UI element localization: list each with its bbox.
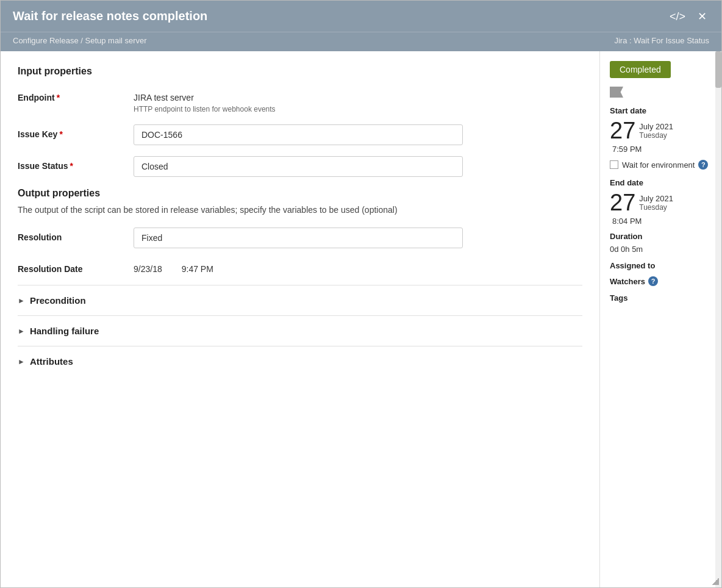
precondition-label: Precondition — [30, 295, 86, 306]
attributes-chevron: ► — [18, 357, 25, 366]
sidebar: Completed Start date 27 July 2021 Tuesda… — [599, 51, 721, 587]
handling-failure-section: ► Handling failure — [18, 315, 582, 346]
endpoint-value-group: JIRA test server HTTP endpoint to listen… — [134, 88, 276, 113]
modal-header: Wait for release notes completion </> ✕ — [1, 1, 721, 32]
resolution-label: Resolution — [18, 228, 134, 242]
duration-label: Duration — [610, 232, 712, 241]
task-type: Jira : Wait For Issue Status — [614, 36, 709, 45]
wait-for-env-label: Wait for environment — [622, 160, 695, 170]
precondition-chevron: ► — [18, 296, 25, 305]
wait-for-env-help-icon[interactable]: ? — [698, 160, 708, 170]
issue-key-row: Issue Key* — [18, 124, 582, 145]
status-badge: Completed — [610, 61, 671, 78]
breadcrumb: Configure Release / Setup mail server — [13, 36, 147, 45]
resolution-date-row: Resolution Date 9/23/18 9:47 PM — [18, 259, 582, 274]
modal-title: Wait for release notes completion — [13, 9, 207, 23]
watchers-row: Watchers ? — [610, 276, 712, 286]
close-button[interactable]: ✕ — [695, 10, 709, 23]
resolution-date-time: 9:47 PM — [182, 259, 213, 274]
output-description: The output of the script can be stored i… — [18, 204, 582, 217]
end-date-label: End date — [610, 178, 712, 187]
issue-status-label: Issue Status* — [18, 156, 134, 171]
start-date-label: Start date — [610, 106, 712, 115]
modal-body: Input properties Endpoint* JIRA test ser… — [1, 51, 721, 587]
end-date-time: 8:04 PM — [612, 217, 712, 226]
attributes-header[interactable]: ► Attributes — [18, 356, 582, 367]
start-date-time: 7:59 PM — [612, 145, 712, 154]
end-date-row: 27 July 2021 Tuesday — [610, 191, 712, 214]
attributes-section: ► Attributes — [18, 346, 582, 376]
end-date-day: 27 — [610, 191, 635, 214]
start-date-row: 27 July 2021 Tuesday — [610, 119, 712, 142]
handling-failure-chevron: ► — [18, 327, 25, 335]
end-date-month-year: July 2021 — [639, 194, 673, 203]
start-date-info: July 2021 Tuesday — [639, 122, 673, 140]
modal-subheader: Configure Release / Setup mail server Ji… — [1, 32, 721, 51]
tags-label: Tags — [610, 293, 712, 303]
input-properties-title: Input properties — [18, 66, 582, 77]
output-section: Output properties The output of the scri… — [18, 188, 582, 274]
endpoint-required: * — [57, 93, 60, 102]
attributes-label: Attributes — [30, 356, 73, 367]
issue-key-input[interactable] — [134, 124, 463, 145]
precondition-section: ► Precondition — [18, 285, 582, 315]
output-properties-title: Output properties — [18, 188, 582, 199]
issue-key-required: * — [59, 129, 62, 139]
scrollbar-thumb[interactable] — [715, 51, 721, 88]
issue-status-required: * — [70, 161, 73, 171]
handling-failure-header[interactable]: ► Handling failure — [18, 326, 582, 336]
issue-status-row: Issue Status* — [18, 156, 582, 177]
handling-failure-label: Handling failure — [30, 326, 99, 336]
duration-value: 0d 0h 5m — [610, 245, 712, 254]
watchers-help-icon[interactable]: ? — [648, 276, 658, 286]
start-date-day: 27 — [610, 119, 635, 142]
wait-for-env-row: Wait for environment ? — [610, 160, 712, 170]
endpoint-value: JIRA test server — [134, 88, 276, 102]
resolution-date-label: Resolution Date — [18, 259, 134, 274]
resolution-input[interactable] — [134, 228, 463, 248]
endpoint-label: Endpoint* — [18, 88, 134, 102]
scrollbar-track — [715, 51, 721, 587]
flag-icon — [610, 87, 623, 98]
resolution-row: Resolution — [18, 228, 582, 248]
start-date-weekday: Tuesday — [639, 131, 673, 140]
header-actions: </> ✕ — [667, 10, 709, 23]
issue-key-label: Issue Key* — [18, 124, 134, 139]
end-date-info: July 2021 Tuesday — [639, 194, 673, 212]
main-content: Input properties Endpoint* JIRA test ser… — [1, 51, 599, 587]
start-date-month-year: July 2021 — [639, 122, 673, 131]
end-date-weekday: Tuesday — [639, 203, 673, 212]
resolution-date-values: 9/23/18 9:47 PM — [134, 259, 213, 274]
wait-for-env-checkbox[interactable] — [610, 160, 618, 169]
resize-handle[interactable] — [712, 578, 719, 585]
modal: Wait for release notes completion </> ✕ … — [0, 0, 722, 588]
endpoint-row: Endpoint* JIRA test server HTTP endpoint… — [18, 88, 582, 113]
resolution-date-date: 9/23/18 — [134, 259, 162, 274]
precondition-header[interactable]: ► Precondition — [18, 295, 582, 306]
assigned-to-label: Assigned to — [610, 261, 712, 270]
endpoint-hint: HTTP endpoint to listen for webhook even… — [134, 105, 276, 113]
watchers-label: Watchers — [610, 277, 645, 286]
issue-status-input[interactable] — [134, 156, 463, 177]
code-button[interactable]: </> — [667, 10, 688, 23]
